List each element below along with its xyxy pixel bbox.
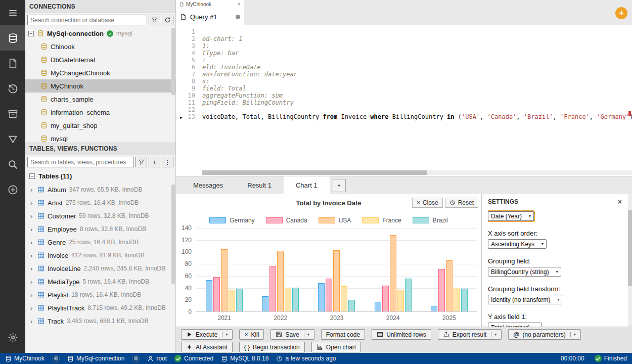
- legend-item[interactable]: Germany: [209, 217, 254, 224]
- expand-arrow-icon[interactable]: ›: [30, 265, 34, 272]
- settings-scrollbar[interactable]: [628, 194, 632, 327]
- execute-button[interactable]: Execute▾: [181, 329, 233, 340]
- table-item[interactable]: ›Track3,483 rows, 688.1 KB, InnoDB: [25, 314, 175, 328]
- table-item[interactable]: ›Artist275 rows, 16.4 KB, InnoDB: [25, 196, 175, 209]
- close-icon[interactable]: ×: [238, 1, 241, 7]
- legend-item[interactable]: Canada: [266, 217, 307, 224]
- setting-select[interactable]: Identity (no transform)▾: [488, 295, 562, 304]
- ai-assistant-button[interactable]: AI Assistant: [181, 342, 233, 352]
- status-item[interactable]: MyChinook: [5, 355, 44, 362]
- table-item[interactable]: ›InvoiceLine2,240 rows, 245.8 KB, InnoDB: [25, 262, 175, 275]
- filter-button[interactable]: [149, 15, 160, 25]
- kill-button[interactable]: ×Kill: [239, 329, 264, 340]
- status-item[interactable]: root: [147, 355, 167, 362]
- code-line[interactable]: 12: [176, 106, 632, 113]
- code-line[interactable]: 5:: [176, 57, 632, 64]
- database-item[interactable]: MyChangedChinook: [25, 66, 175, 79]
- begin-transaction-button[interactable]: { }Begin transaction: [239, 342, 305, 352]
- export-result-button[interactable]: Export result▾: [438, 329, 502, 340]
- table-item[interactable]: ›Customer59 rows, 32.8 KB, InnoDB: [25, 209, 175, 222]
- database-item[interactable]: mysql: [25, 132, 175, 142]
- filter-button[interactable]: [136, 157, 147, 167]
- status-item[interactable]: a few seconds ago: [276, 355, 336, 362]
- expand-arrow-icon[interactable]: ›: [30, 317, 34, 325]
- collapse-icon[interactable]: −: [29, 173, 35, 179]
- rail-settings-button[interactable]: [0, 325, 25, 350]
- rail-archive-button[interactable]: [0, 101, 25, 126]
- sql-editor[interactable]: 12ed-chart: 131:4tType: bar5:6eld: Invoi…: [176, 25, 632, 176]
- unlimited-rows-button[interactable]: Unlimited rows: [372, 329, 431, 340]
- status-item[interactable]: 00:00:00: [561, 355, 584, 362]
- code-line[interactable]: 6eld: InvoiceDate: [176, 64, 632, 71]
- table-item[interactable]: ›Employee8 rows, 32.8 KB, InnoDB: [25, 222, 175, 236]
- table-item[interactable]: ›PlaylistTrack8,715 rows, 49.2 KB, InnoD…: [25, 301, 175, 314]
- more-menu-button[interactable]: ⋮: [162, 157, 173, 167]
- table-item[interactable]: ›Album347 rows, 65.5 KB, InnoDB: [25, 183, 175, 196]
- expand-arrow-icon[interactable]: ›: [30, 199, 34, 207]
- status-item[interactable]: Finished: [595, 355, 627, 362]
- database-item[interactable]: charts_sample: [25, 93, 175, 106]
- status-item[interactable]: MySQL 8.0.18: [221, 355, 268, 362]
- code-line[interactable]: 2ed-chart: 1: [176, 35, 632, 42]
- scrollbar-thumb[interactable]: [171, 185, 175, 284]
- editor-hscrollbar[interactable]: [202, 170, 632, 175]
- status-item[interactable]: Connected: [174, 355, 213, 362]
- chevron-down-icon[interactable]: ▾: [491, 332, 496, 337]
- database-item[interactable]: MyChinook: [25, 79, 175, 93]
- expand-arrow-icon[interactable]: ›: [30, 225, 34, 233]
- code-line[interactable]: 31:: [176, 42, 632, 50]
- legend-item[interactable]: Brazil: [413, 217, 448, 224]
- code-line[interactable]: 9field: Total: [176, 85, 632, 92]
- expand-arrow-icon[interactable]: ›: [30, 278, 34, 286]
- table-item[interactable]: ›MediaType5 rows, 16.4 KB, InnoDB: [25, 275, 175, 288]
- status-item[interactable]: [132, 355, 140, 362]
- code-line[interactable]: 7ansformFunction: date:year: [176, 71, 632, 78]
- database-item[interactable]: information_schema: [25, 106, 175, 119]
- close-chart-button[interactable]: × Close: [412, 198, 443, 208]
- status-item[interactable]: MySql-connection: [67, 355, 124, 362]
- code-line[interactable]: 10aggregateFunction: sum: [176, 92, 632, 99]
- tables-search-input[interactable]: [27, 157, 134, 167]
- results-tab-messages[interactable]: Messages: [181, 176, 235, 194]
- scrollbar-thumb[interactable]: [202, 170, 427, 175]
- chevron-down-icon[interactable]: ▾: [304, 332, 309, 337]
- chevron-down-icon[interactable]: ▾: [570, 332, 576, 337]
- code-line[interactable]: ▶13voiceDate, Total, BillingCountry from…: [176, 113, 632, 120]
- legend-item[interactable]: USA: [319, 217, 351, 224]
- format-code-button[interactable]: Format code: [321, 329, 365, 340]
- collapse-icon[interactable]: −: [28, 31, 34, 36]
- open-chart-button[interactable]: Open chart: [311, 342, 361, 352]
- setting-select[interactable]: Date (Year)▾: [488, 211, 534, 221]
- code-line[interactable]: 1: [176, 28, 632, 35]
- table-item[interactable]: ›Invoice412 rows, 81.9 KB, InnoDB: [25, 249, 175, 262]
- table-item[interactable]: ›Playlist18 rows, 16.4 KB, InnoDB: [25, 288, 175, 301]
- tables-group-row[interactable]: − Tables (11): [25, 169, 175, 183]
- rail-history-button[interactable]: [0, 76, 25, 101]
- status-item[interactable]: [52, 355, 60, 362]
- scrollbar-thumb[interactable]: [171, 28, 175, 95]
- rail-add-connection-button[interactable]: [0, 177, 25, 202]
- results-tab-chart-1[interactable]: Chart 1: [284, 176, 330, 194]
- rail-menu-button[interactable]: [0, 0, 25, 25]
- rail-files-button[interactable]: [0, 51, 25, 76]
- setting-select[interactable]: Total (number)▾: [488, 323, 542, 327]
- results-tab-result-1[interactable]: Result 1: [235, 176, 284, 194]
- reset-chart-button[interactable]: Reset: [445, 198, 478, 208]
- no-parameters-button[interactable]: @(no parameters)▾: [508, 329, 581, 340]
- table-item[interactable]: ›Genre25 rows, 16.4 KB, InnoDB: [25, 236, 175, 249]
- add-table-button[interactable]: +: [149, 157, 160, 167]
- rail-query-designer-button[interactable]: [0, 126, 25, 152]
- expand-arrow-icon[interactable]: ›: [30, 212, 34, 220]
- connections-search-input[interactable]: [27, 15, 147, 25]
- expand-arrow-icon[interactable]: ›: [30, 186, 34, 194]
- expand-arrow-icon[interactable]: ›: [30, 252, 34, 259]
- tab-query1[interactable]: MyChinook × Query #1: [176, 0, 244, 25]
- close-icon[interactable]: ×: [618, 198, 622, 206]
- rail-connections-button[interactable]: [0, 25, 25, 51]
- legend-item[interactable]: France: [362, 217, 401, 224]
- chevron-down-icon[interactable]: ▾: [222, 332, 228, 337]
- save-button[interactable]: Save▾: [270, 329, 314, 340]
- scrollbar-thumb[interactable]: [628, 210, 632, 286]
- database-item[interactable]: Chinook: [25, 40, 175, 53]
- code-line[interactable]: 8s:: [176, 78, 632, 85]
